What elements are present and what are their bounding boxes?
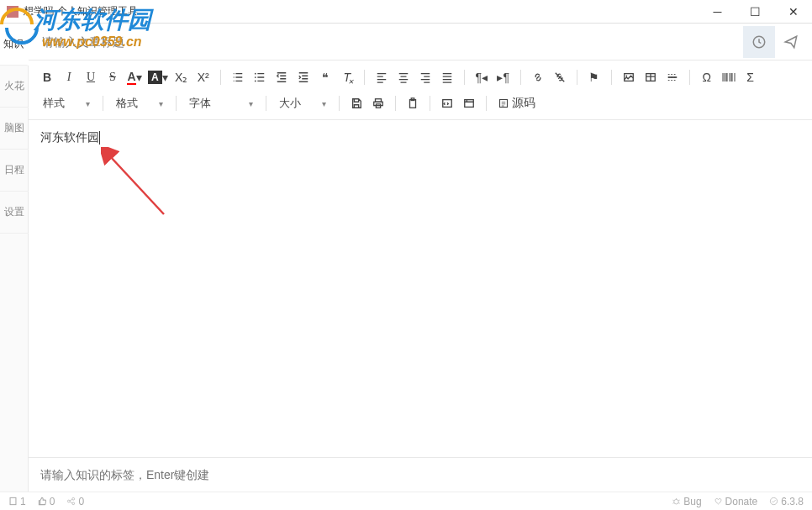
subscript-button[interactable]: X₂ <box>171 67 192 87</box>
share-icon <box>66 497 76 506</box>
thumb-icon <box>38 497 47 506</box>
bold-button[interactable]: B <box>37 67 57 87</box>
outdent-button[interactable] <box>272 67 292 87</box>
align-justify-icon <box>441 71 453 83</box>
indent-icon <box>298 71 309 83</box>
unlink-button[interactable] <box>550 67 570 87</box>
sidebar-tab-settings[interactable]: 设置 <box>0 192 29 234</box>
ol-icon <box>232 71 244 83</box>
svg-point-19 <box>72 502 75 505</box>
tags-row <box>29 458 812 492</box>
align-center-button[interactable] <box>393 67 414 87</box>
svg-rect-13 <box>465 100 474 108</box>
iframe-button[interactable] <box>459 93 479 113</box>
image-icon <box>623 71 635 83</box>
app-icon <box>7 6 18 18</box>
send-button[interactable] <box>775 26 807 58</box>
barcode-icon <box>722 71 736 83</box>
table-icon <box>645 71 656 83</box>
svg-point-1 <box>255 73 256 75</box>
align-right-icon <box>419 71 431 83</box>
align-left-button[interactable] <box>372 67 392 87</box>
send-icon <box>783 34 799 50</box>
size-dropdown[interactable]: 大小▾ <box>273 92 332 114</box>
editor-area[interactable]: 河东软件园 <box>29 120 812 458</box>
ul-icon <box>254 71 266 83</box>
ltr-button[interactable]: ¶◂ <box>472 67 492 87</box>
article-title-input[interactable] <box>34 29 743 55</box>
bg-color-button[interactable]: A▾ <box>146 67 170 87</box>
svg-point-5 <box>625 75 627 76</box>
link-button[interactable] <box>528 67 548 87</box>
heart-icon <box>714 497 723 506</box>
status-shares[interactable]: 0 <box>66 496 84 507</box>
numbered-list-button[interactable] <box>228 67 248 87</box>
underline-button[interactable]: U <box>81 67 101 87</box>
status-docs[interactable]: 1 <box>8 496 26 507</box>
italic-button[interactable]: I <box>59 67 79 87</box>
sidebar-tab-mindmap[interactable]: 脑图 <box>0 108 29 150</box>
format-dropdown[interactable]: 格式▾ <box>110 92 169 114</box>
tags-input[interactable] <box>40 468 800 481</box>
remove-format-button[interactable]: T✕ <box>337 67 357 87</box>
sigma-button[interactable]: Σ <box>741 67 761 87</box>
text-color-button[interactable]: A▾ <box>124 67 145 87</box>
link-icon <box>532 71 544 83</box>
editor-content: 河东软件园 <box>40 130 99 144</box>
barcode-button[interactable] <box>719 67 739 87</box>
title-row <box>29 24 812 60</box>
iframe-icon <box>463 97 475 109</box>
svg-point-21 <box>771 497 778 504</box>
bullet-list-button[interactable] <box>250 67 270 87</box>
strike-button[interactable]: S <box>103 67 123 87</box>
svg-point-17 <box>68 500 71 502</box>
statusbar: 1 0 0 Bug Donate 6.3.8 <box>0 492 812 510</box>
clipboard-button[interactable] <box>403 93 423 113</box>
sidebar-tab-spark[interactable]: 火花 <box>0 66 29 108</box>
sidebar-tab-schedule[interactable]: 日程 <box>0 150 29 192</box>
clipboard-icon <box>407 97 419 109</box>
print-button[interactable] <box>368 93 388 113</box>
status-donate[interactable]: Donate <box>714 496 758 507</box>
bug-icon <box>672 497 681 506</box>
svg-point-20 <box>674 499 679 504</box>
superscript-button[interactable]: X² <box>193 67 214 87</box>
status-version[interactable]: 6.3.8 <box>769 496 804 507</box>
source-icon <box>498 98 509 108</box>
close-button[interactable]: ✕ <box>774 0 812 24</box>
source-button[interactable]: 源码 <box>493 93 540 113</box>
save-icon <box>351 97 362 109</box>
status-bug[interactable]: Bug <box>672 496 701 507</box>
sidebar: 知识 火花 脑图 日程 设置 <box>0 24 29 492</box>
svg-point-2 <box>255 76 256 78</box>
svg-point-18 <box>72 497 75 500</box>
svg-point-3 <box>255 81 256 82</box>
image-button[interactable] <box>619 67 639 87</box>
rtl-button[interactable]: ▸¶ <box>493 67 514 87</box>
history-button[interactable] <box>743 26 775 58</box>
indent-button[interactable] <box>293 67 314 87</box>
align-justify-button[interactable] <box>437 67 457 87</box>
align-right-button[interactable] <box>415 67 435 87</box>
window-titlebar: 想学吗-个人知识管理工具 ─ ☐ ✕ <box>0 0 812 24</box>
svg-rect-16 <box>10 497 16 504</box>
code-snippet-button[interactable] <box>437 93 457 113</box>
style-dropdown[interactable]: 样式▾ <box>37 92 96 114</box>
flag-button[interactable]: ⚑ <box>584 67 604 87</box>
save-button[interactable] <box>346 93 366 113</box>
table-button[interactable] <box>641 67 661 87</box>
print-icon <box>372 97 384 109</box>
window-title: 想学吗-个人知识管理工具 <box>24 4 138 18</box>
check-icon <box>769 497 778 506</box>
blockquote-button[interactable]: ❝ <box>315 67 335 87</box>
omega-button[interactable]: Ω <box>697 67 717 87</box>
hr-icon <box>667 71 678 83</box>
status-likes[interactable]: 0 <box>38 496 55 507</box>
sidebar-tab-knowledge[interactable]: 知识 <box>0 24 29 66</box>
hr-button[interactable] <box>662 67 683 87</box>
minimize-button[interactable]: ─ <box>699 0 736 24</box>
maximize-button[interactable]: ☐ <box>736 0 774 24</box>
code-icon <box>441 97 453 109</box>
doc-icon <box>8 497 18 506</box>
font-dropdown[interactable]: 字体▾ <box>183 92 259 114</box>
